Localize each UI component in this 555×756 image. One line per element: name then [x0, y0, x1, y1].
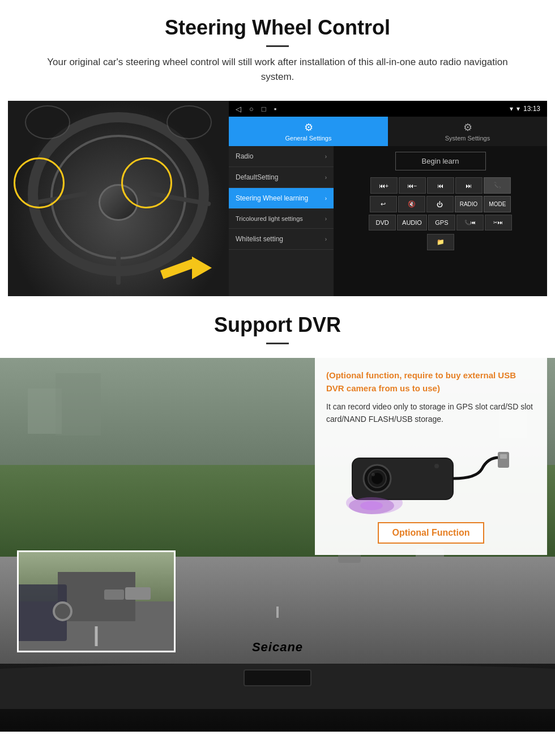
menu-item-whitelist[interactable]: Whitelist setting › — [229, 229, 334, 250]
menu-radio-label: Radio — [236, 152, 253, 160]
vol-down-btn[interactable]: ⏮− — [399, 177, 426, 194]
menu-item-tricolour[interactable]: Tricoloured light settings › — [229, 209, 334, 229]
arrow-head — [192, 257, 212, 279]
steering-section: Steering Wheel Control Your original car… — [0, 0, 555, 296]
folder-btn[interactable]: 📁 — [427, 234, 454, 250]
ctrl-row-1: ⏮+ ⏮− ⏮ ⏭ 📞 — [334, 176, 547, 195]
system-settings-icon: ⚙ — [463, 121, 472, 134]
dvr-header: Support DVR — [0, 296, 555, 358]
svg-point-11 — [360, 501, 383, 510]
mute-btn[interactable]: 🔇 — [398, 196, 425, 212]
steering-wheel-photo — [8, 101, 229, 296]
menu-item-radio[interactable]: Radio › — [229, 146, 334, 167]
dvd-btn[interactable]: DVD — [369, 215, 396, 230]
next-btn[interactable]: ⏭ — [455, 177, 483, 194]
phone-prev-btn[interactable]: 📞⏮ — [456, 215, 484, 230]
chevron-icon: › — [325, 195, 327, 202]
chevron-icon: › — [325, 153, 327, 160]
menu-steering-label: Steering Wheel learning — [236, 194, 308, 202]
dvr-info-box: (Optional function, require to buy exter… — [315, 358, 547, 555]
chevron-icon: › — [325, 216, 327, 222]
settings-tabs: ⚙ General Settings ⚙ System Settings — [229, 117, 547, 146]
statusbar: ◁ ○ □ ▪ ▾ ▾ 13:13 — [229, 101, 547, 117]
tab-system-label: System Settings — [445, 135, 490, 142]
optional-function-button[interactable]: Optional Function — [378, 522, 485, 544]
dvr-camera-svg — [340, 435, 522, 514]
phone-btn[interactable]: 📞 — [484, 177, 511, 194]
general-settings-icon: ⚙ — [304, 121, 313, 134]
power-btn[interactable]: ⏻ — [426, 196, 454, 212]
svg-point-7 — [434, 464, 439, 468]
menu-icon[interactable]: ▪ — [274, 105, 277, 113]
dvr-background: (Optional function, require to buy exter… — [0, 358, 555, 664]
dvr-info-title: (Optional function, require to buy exter… — [326, 369, 536, 395]
radio-btn[interactable]: RADIO — [455, 196, 483, 212]
signal-icon: ▾ — [510, 105, 513, 113]
dvr-info-text: It can record video only to storage in G… — [326, 400, 536, 426]
steering-composite: ◁ ○ □ ▪ ▾ ▾ 13:13 ⚙ General Settings — [8, 101, 547, 296]
menu-area: Radio › DefaultSetting › Steering Wheel … — [229, 146, 547, 296]
chevron-icon: › — [325, 174, 327, 181]
wifi-icon: ▾ — [516, 105, 520, 113]
clock: 13:13 — [523, 105, 540, 113]
begin-learn-row: Begin learn — [334, 146, 547, 176]
chevron-icon: › — [325, 236, 327, 242]
divider — [266, 45, 289, 47]
control-button-grid: Begin learn ⏮+ ⏮− ⏮ ⏭ 📞 ↩ 🔇 ⏻ — [334, 146, 547, 296]
steering-description: Your original car's steering wheel contr… — [34, 55, 521, 84]
dvr-divider — [266, 343, 289, 344]
ctrl-row-2: ↩ 🔇 ⏻ RADIO MODE — [334, 195, 547, 213]
prev-btn[interactable]: ⏮ — [427, 177, 454, 194]
dvr-camera-illustration — [326, 435, 536, 514]
vol-up-btn[interactable]: ⏮+ — [370, 177, 398, 194]
menu-item-steering[interactable]: Steering Wheel learning › — [229, 188, 334, 209]
optional-btn-container: Optional Function — [326, 514, 536, 544]
menu-tricolour-label: Tricoloured light settings — [236, 215, 303, 222]
statusbar-status: ▾ ▾ 13:13 — [510, 105, 540, 113]
dvr-section: Support DVR (Optional function, require … — [0, 296, 555, 732]
back-btn[interactable]: ↩ — [370, 196, 397, 212]
tab-general-settings[interactable]: ⚙ General Settings — [229, 117, 388, 146]
gps-btn[interactable]: GPS — [428, 215, 455, 230]
menu-default-label: DefaultSetting — [236, 173, 278, 181]
home-icon[interactable]: ○ — [249, 105, 254, 113]
steering-title: Steering Wheel Control — [34, 16, 521, 40]
svg-point-6 — [372, 473, 375, 476]
settings-menu: Radio › DefaultSetting › Steering Wheel … — [229, 146, 334, 296]
tab-general-label: General Settings — [285, 135, 332, 142]
statusbar-nav: ◁ ○ □ ▪ — [236, 105, 276, 113]
tab-system-settings[interactable]: ⚙ System Settings — [388, 117, 547, 146]
menu-whitelist-label: Whitelist setting — [236, 235, 283, 243]
seicane-brand: Seicane — [252, 640, 303, 655]
svg-rect-9 — [500, 454, 507, 459]
ctrl-row-3: DVD AUDIO GPS 📞⏮ ✂⏭ — [334, 213, 547, 232]
dvr-title: Support DVR — [34, 313, 521, 337]
begin-learn-button[interactable]: Begin learn — [395, 152, 486, 170]
audio-btn[interactable]: AUDIO — [397, 215, 427, 230]
dvr-preview-image — [17, 550, 176, 652]
recent-icon[interactable]: □ — [262, 105, 266, 113]
back-icon[interactable]: ◁ — [236, 105, 241, 113]
menu-item-default[interactable]: DefaultSetting › — [229, 167, 334, 188]
steering-header: Steering Wheel Control Your original car… — [0, 0, 555, 89]
android-panel: ◁ ○ □ ▪ ▾ ▾ 13:13 ⚙ General Settings — [229, 101, 547, 296]
mode-btn[interactable]: MODE — [484, 196, 511, 212]
cut-next-btn[interactable]: ✂⏭ — [485, 215, 512, 230]
dashboard-strip — [0, 664, 555, 732]
ctrl-row-4: 📁 — [334, 232, 547, 251]
